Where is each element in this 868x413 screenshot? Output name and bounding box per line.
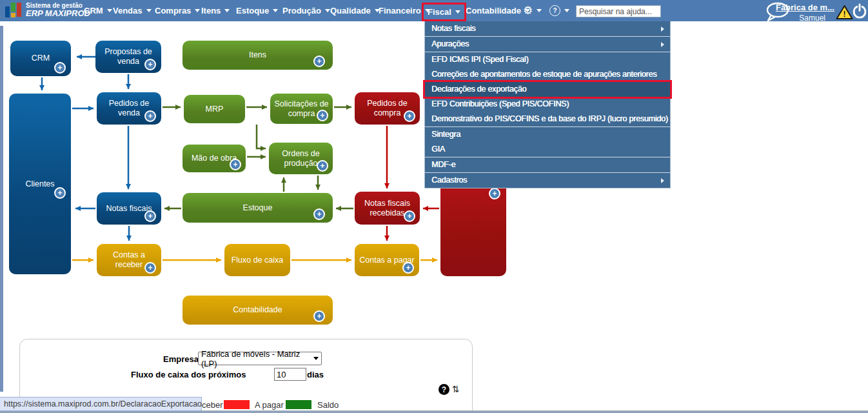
module-box-mao-de-obra[interactable]: Mão de obra+	[182, 145, 246, 172]
help-search-input[interactable]	[576, 5, 661, 17]
module-box-contabilidade[interactable]: Contabilidade+	[182, 296, 333, 325]
module-box-notas-fiscais-recebidas[interactable]: Notas fiscais recebidas+	[355, 192, 420, 225]
module-box-contas-a-pagar[interactable]: Contas a pagar+	[355, 244, 419, 276]
nav-item-qualidade[interactable]: Qualidade	[330, 0, 380, 21]
menu-item-correcoes-apontamentos[interactable]: Correções de apontamentos de estoque de …	[425, 67, 670, 82]
power-icon[interactable]	[851, 3, 868, 20]
plus-icon[interactable]: +	[317, 160, 328, 172]
plus-icon[interactable]: +	[313, 310, 325, 322]
fiscal-dropdown-menu: Notas fiscais Apurações EFD ICMS IPI (Sp…	[424, 21, 671, 188]
plus-icon[interactable]: +	[489, 188, 500, 199]
chevron-down-icon	[224, 9, 230, 12]
plus-icon[interactable]: +	[54, 187, 66, 199]
left-edge-strip	[0, 26, 3, 392]
plus-icon[interactable]: +	[144, 59, 156, 70]
chevron-down-icon	[107, 9, 112, 12]
module-box-fluxo-de-caixa[interactable]: Fluxo de caixa	[224, 244, 290, 276]
help-icon: ?	[549, 5, 560, 16]
menu-item-efd-icms-ipi[interactable]: EFD ICMS IPI (Sped Fiscal)	[425, 52, 670, 67]
menu-item-notas-fiscais[interactable]: Notas fiscais	[425, 21, 670, 36]
legend-swatch-saldo	[286, 400, 311, 409]
plus-icon[interactable]: +	[313, 55, 325, 67]
chevron-down-icon	[273, 9, 278, 12]
chevron-right-icon	[661, 42, 664, 47]
app-logo: Sistema de gestão ERP MAXIPROD	[5, 2, 90, 19]
module-box-fornecedores[interactable]: +	[440, 181, 506, 276]
fluxo-dias-input[interactable]	[274, 368, 306, 381]
legend-swatch-a-pagar	[224, 400, 250, 409]
nav-item-contabilidade[interactable]: Contabilidade	[466, 0, 530, 21]
legend-item-saldo: Saldo	[317, 400, 339, 410]
menu-item-demonstrativo-pis-cofins[interactable]: Demonstrativo do PIS/COFINS e da base do…	[425, 112, 670, 126]
module-box-ordens-de-producao[interactable]: Ordens de produção+	[269, 143, 333, 174]
plus-icon[interactable]: +	[404, 210, 415, 222]
nav-item-compras[interactable]: Compras	[155, 0, 200, 21]
top-menu-bar: Sistema de gestão ERP MAXIPROD CRM Venda…	[0, 0, 868, 21]
menu-item-apuracoes[interactable]: Apurações	[425, 37, 670, 52]
module-box-contas-a-receber[interactable]: Contas a receber+	[97, 244, 161, 276]
menu-item-gia[interactable]: GIA	[425, 142, 670, 157]
status-url-tooltip: https://sistema.maxiprod.com.br/Declarac…	[0, 397, 202, 411]
module-box-pedidos-de-venda[interactable]: Pedidos de venda+	[97, 92, 161, 125]
warning-icon[interactable]: !	[836, 5, 853, 20]
help-menu[interactable]: ?	[549, 0, 569, 21]
refresh-icon[interactable]: ⇅	[452, 384, 460, 394]
empresa-select[interactable]: Fábrica de móveis - Matriz (LP)	[198, 352, 322, 365]
gear-icon: ⚙	[523, 4, 533, 17]
plus-icon[interactable]: +	[144, 110, 156, 122]
help-circle-icon[interactable]: ?	[439, 384, 449, 395]
module-box-clientes[interactable]: Clientes+	[9, 94, 71, 274]
nav-item-producao[interactable]: Produção	[282, 0, 330, 21]
chevron-down-icon	[455, 10, 460, 14]
chevron-right-icon	[661, 26, 664, 32]
menu-item-efd-contribuicoes[interactable]: EFD Contribuições (Sped PIS/COFINS)	[425, 97, 670, 112]
nav-item-itens[interactable]: Itens	[201, 0, 230, 21]
menu-item-declaracoes-exportacao-highlight-annotation[interactable]: Declarações de exportação	[425, 82, 670, 97]
menu-item-cadastros[interactable]: Cadastros	[425, 173, 670, 188]
nav-item-estoque[interactable]: Estoque	[236, 0, 278, 21]
logo-brand: ERP MAXIPROD	[26, 9, 90, 18]
plus-icon[interactable]: +	[402, 262, 414, 274]
chevron-down-icon	[325, 9, 330, 12]
plus-icon[interactable]: +	[317, 110, 328, 121]
plus-icon[interactable]: +	[404, 110, 415, 122]
dias-label: dias	[307, 370, 324, 379]
user-menu[interactable]: Samuel Gonça...	[773, 14, 834, 32]
module-box-solicitacoes-de-compra[interactable]: Solicitações de compra+	[270, 94, 333, 124]
menu-item-sintegra[interactable]: Sintegra	[425, 127, 670, 142]
chevron-down-icon	[829, 21, 834, 24]
module-box-pedidos-de-compra[interactable]: Pedidos de compra+	[355, 92, 420, 125]
chevron-right-icon	[661, 178, 664, 183]
module-box-notas-fiscais[interactable]: Notas fiscais+	[97, 192, 161, 225]
logo-icon	[5, 2, 22, 19]
nav-item-crm[interactable]: CRM	[84, 0, 112, 21]
module-box-estoque[interactable]: Estoque+	[182, 193, 333, 223]
svg-text:!: !	[843, 10, 846, 19]
plus-icon[interactable]: +	[313, 208, 325, 220]
nav-item-vendas[interactable]: Vendas	[113, 0, 152, 21]
chevron-down-icon	[313, 357, 319, 360]
chevron-down-icon	[195, 9, 200, 12]
legend-item-a-pagar: A pagar	[255, 400, 284, 410]
empresa-label: Empresa	[163, 354, 199, 364]
chevron-down-icon	[564, 9, 569, 12]
module-box-itens[interactable]: Itens+	[182, 41, 333, 70]
module-box-crm[interactable]: CRM+	[10, 41, 71, 76]
plus-icon[interactable]: +	[144, 210, 156, 222]
module-box-mrp[interactable]: MRP	[184, 95, 245, 123]
menu-item-mdfe[interactable]: MDF-e	[425, 157, 670, 172]
settings-menu[interactable]: ⚙	[523, 0, 542, 21]
fluxo-caixa-label: Fluxo de caixa dos próximos	[131, 370, 246, 379]
company-link[interactable]: Fábrica de m...	[773, 3, 834, 12]
chevron-down-icon	[146, 9, 152, 12]
plus-icon[interactable]: +	[54, 62, 66, 74]
module-box-propostas-de-venda[interactable]: Propostas de venda+	[95, 41, 161, 73]
plus-icon[interactable]: +	[230, 159, 241, 170]
chevron-down-icon	[537, 9, 542, 12]
plus-icon[interactable]: +	[144, 262, 156, 274]
nav-item-fiscal-highlight-annotation[interactable]: Fiscal	[422, 3, 466, 21]
